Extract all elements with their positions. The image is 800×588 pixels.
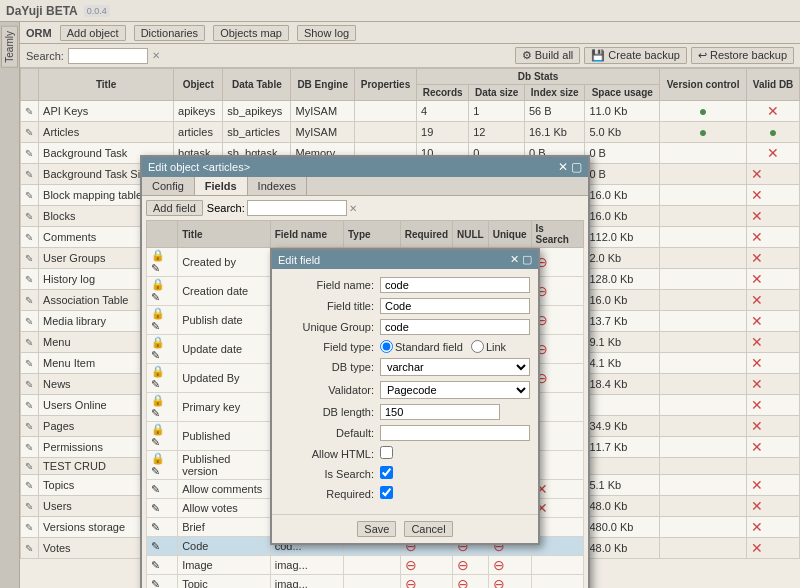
app-logo: DaYuji BETA [6, 4, 78, 18]
app-version: 0.0.4 [84, 5, 110, 17]
topbar: DaYuji BETA 0.0.4 [0, 0, 800, 22]
